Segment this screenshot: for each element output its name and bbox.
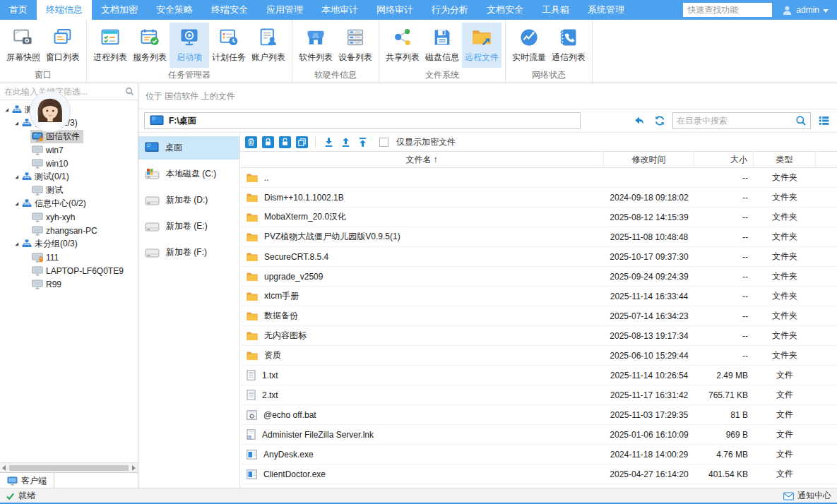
file-type: 文件夹 bbox=[754, 330, 816, 342]
search-icon[interactable] bbox=[795, 115, 807, 126]
toolbar-restore-button[interactable] bbox=[296, 136, 308, 148]
file-row[interactable]: ..--文件夹 bbox=[240, 168, 837, 188]
file-toolbar: 仅显示加密文件 bbox=[240, 133, 837, 151]
drive-item[interactable]: 新加卷 (F:) bbox=[138, 241, 239, 264]
toolbar-download-button[interactable] bbox=[323, 136, 335, 148]
toolbar-lock-button[interactable] bbox=[262, 136, 274, 148]
column-header-type[interactable]: 类型 bbox=[754, 152, 816, 167]
refresh-icon[interactable] bbox=[652, 113, 667, 128]
toolbar-unlock-button[interactable] bbox=[279, 136, 291, 148]
menu-tab-7[interactable]: 本地审计 bbox=[312, 0, 367, 20]
ribbon-button-comm-list[interactable]: 通信列表 bbox=[549, 23, 588, 68]
text-file-icon bbox=[247, 370, 256, 380]
file-row[interactable]: 无内容图标2025-08-13 19:17:34--文件夹 bbox=[240, 326, 837, 346]
tree-item[interactable]: R99 bbox=[0, 277, 138, 291]
directory-search-input[interactable] bbox=[677, 116, 795, 126]
file-row[interactable]: 资质2025-06-10 15:29:44--文件夹 bbox=[240, 346, 837, 366]
tab-client[interactable]: 客户端 bbox=[0, 473, 54, 488]
menu-tab-3[interactable]: 文档加密 bbox=[92, 0, 147, 20]
tree-item[interactable]: win7 bbox=[0, 143, 138, 157]
file-table-header: 文件名 ↑ 修改时间 大小 类型 bbox=[240, 151, 837, 168]
expand-arrow-icon[interactable] bbox=[13, 200, 20, 207]
list-view-icon[interactable] bbox=[816, 113, 831, 128]
encrypted-only-checkbox[interactable] bbox=[379, 138, 388, 147]
ribbon-button-startup[interactable]: 启动项 bbox=[170, 23, 209, 68]
tree-item[interactable]: xyh-xyh bbox=[0, 210, 138, 224]
tree-item[interactable]: 信息中心(0/2) bbox=[0, 197, 138, 210]
tree-item[interactable]: win10 bbox=[0, 157, 138, 170]
menu-tab-12[interactable]: 系统管理 bbox=[578, 0, 634, 20]
notification-center[interactable]: 通知中心 bbox=[783, 490, 831, 502]
ribbon-button-disk-info[interactable]: 磁盘信息 bbox=[422, 23, 462, 68]
ribbon-button-scheduled-task[interactable]: 计划任务 bbox=[209, 23, 249, 68]
file-size: -- bbox=[694, 311, 754, 321]
file-row[interactable]: xtcm手册2025-11-14 16:33:44--文件夹 bbox=[240, 287, 837, 306]
ribbon-button-account-list[interactable]: 账户列表 bbox=[249, 23, 288, 68]
path-input[interactable]: F:\桌面 bbox=[144, 112, 581, 129]
scroll-left-icon[interactable] bbox=[2, 465, 6, 471]
ribbon-button-process-list[interactable]: 进程列表 bbox=[90, 23, 130, 68]
ribbon-button-service-list[interactable]: 服务列表 bbox=[130, 23, 170, 68]
expand-arrow-icon[interactable] bbox=[13, 241, 20, 247]
file-pane: 仅显示加密文件 文件名 ↑ 修改时间 大小 类型 bbox=[240, 133, 837, 488]
menu-tab-2[interactable]: 终端信息 bbox=[37, 0, 92, 20]
sidebar-horizontal-scrollbar[interactable] bbox=[0, 462, 138, 472]
tree-item[interactable]: 111 bbox=[0, 251, 138, 264]
menu-tab-5[interactable]: 终端安全 bbox=[202, 0, 257, 20]
file-row[interactable]: Administer FileZilla Server.lnk2025-01-0… bbox=[240, 425, 837, 445]
ribbon-button-share-list[interactable]: 共享列表 bbox=[383, 23, 422, 68]
folder-icon bbox=[247, 331, 258, 341]
scroll-right-icon[interactable] bbox=[132, 465, 136, 471]
ribbon-button-screenshot[interactable]: 屏幕快照 bbox=[4, 23, 43, 68]
tree-item[interactable]: 测试(0/1) bbox=[0, 170, 138, 184]
file-name: Dism++10.1.1002.1B bbox=[264, 193, 344, 203]
menu-tab-10[interactable]: 文档安全 bbox=[477, 0, 533, 20]
scrollbar-thumb[interactable] bbox=[9, 465, 129, 471]
file-row[interactable]: upgrade_v25092025-09-24 09:24:39--文件夹 bbox=[240, 267, 837, 287]
file-row[interactable]: PVZ植物大战僵尸幼儿园版V0.9.5(1)2025-11-08 10:48:4… bbox=[240, 227, 837, 247]
menu-tab-4[interactable]: 安全策略 bbox=[147, 0, 202, 20]
file-row[interactable]: 1.txt2025-11-14 10:26:542.49 MB文件 bbox=[240, 366, 837, 385]
ribbon-button-realtime-traffic[interactable]: 实时流量 bbox=[509, 23, 549, 68]
ribbon-button-remote-file[interactable]: 远程文件 bbox=[462, 23, 501, 68]
column-header-modified[interactable]: 修改时间 bbox=[604, 152, 694, 167]
menu-tab-1[interactable]: 首页 bbox=[0, 0, 37, 20]
file-row[interactable]: MobaXterm_20.0汉化2025-08-12 14:15:39--文件夹 bbox=[240, 208, 837, 227]
ribbon-button-window-list[interactable]: 窗口列表 bbox=[43, 23, 83, 68]
expand-arrow-icon[interactable] bbox=[4, 107, 10, 113]
toolbar-upload2-button[interactable] bbox=[357, 136, 369, 148]
menu-tab-6[interactable]: 应用管理 bbox=[257, 0, 312, 20]
drive-item[interactable]: 新加卷 (E:) bbox=[138, 215, 239, 238]
menu-tab-11[interactable]: 工具箱 bbox=[533, 0, 578, 20]
ribbon-button-software-list[interactable]: 软件列表 bbox=[296, 23, 336, 68]
file-row[interactable]: ClientDoctor.exe2025-04-27 16:14:20401.5… bbox=[240, 464, 837, 484]
file-row[interactable]: AnyDesk.exe2024-11-18 14:00:294.76 MB文件 bbox=[240, 445, 837, 464]
quick-search-input[interactable] bbox=[683, 3, 772, 17]
user-menu[interactable]: admin bbox=[772, 5, 837, 16]
terminal-tree-sidebar: 测试(1/9)办公室(1/3)国信软件win7win10测试(0/1)测试信息中… bbox=[0, 83, 138, 488]
tree-item[interactable]: 测试 bbox=[0, 184, 138, 197]
menu-tab-9[interactable]: 行为分析 bbox=[422, 0, 477, 20]
file-row[interactable]: 数据备份2025-07-14 16:34:23--文件夹 bbox=[240, 306, 837, 326]
expand-arrow-icon[interactable] bbox=[13, 174, 20, 180]
ribbon-button-device-list[interactable]: 设备列表 bbox=[336, 23, 375, 68]
ribbon-button-label: 窗口列表 bbox=[46, 52, 80, 64]
tree-item[interactable]: LAPTOP-LF6Q0TE9 bbox=[0, 264, 138, 277]
file-row[interactable]: Dism++10.1.1002.1B2024-09-18 09:18:02--文… bbox=[240, 188, 837, 208]
drive-item-label: 新加卷 (D:) bbox=[166, 194, 208, 206]
file-row[interactable]: SecureCRT.8.5.42025-10-17 09:37:30--文件夹 bbox=[240, 247, 837, 267]
toolbar-upload-button[interactable] bbox=[340, 136, 352, 148]
toolbar-trash-button[interactable] bbox=[245, 136, 257, 148]
tree-item[interactable]: zhangsan-PC bbox=[0, 224, 138, 237]
back-icon[interactable] bbox=[631, 113, 647, 128]
file-row[interactable]: 2.txt2025-11-17 16:31:42765.71 KB文件 bbox=[240, 385, 837, 405]
drive-item[interactable]: 新加卷 (D:) bbox=[138, 188, 239, 212]
column-header-filename[interactable]: 文件名 ↑ bbox=[240, 152, 604, 167]
file-row[interactable]: @echo off.bat2025-11-03 17:29:3581 B文件 bbox=[240, 405, 837, 425]
menu-tab-8[interactable]: 网络审计 bbox=[367, 0, 422, 20]
expand-arrow-icon[interactable] bbox=[13, 120, 20, 126]
drive-item[interactable]: 本地磁盘 (C:) bbox=[138, 162, 239, 186]
column-header-size[interactable]: 大小 bbox=[694, 152, 754, 167]
tree-item[interactable]: 未分组(0/3) bbox=[0, 237, 138, 251]
drive-item[interactable]: 桌面 bbox=[138, 136, 239, 160]
